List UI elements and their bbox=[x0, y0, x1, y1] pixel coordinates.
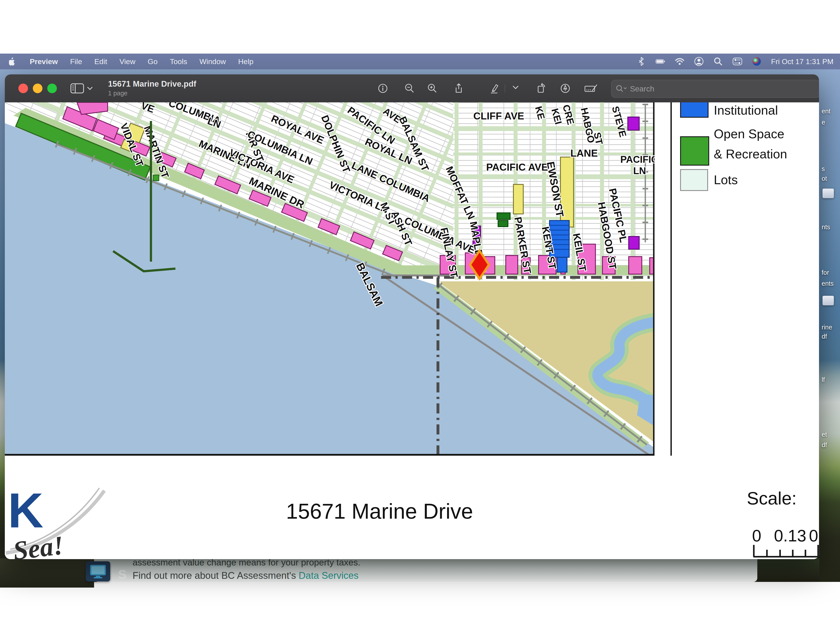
open-space-end bbox=[153, 175, 159, 181]
control-center-icon[interactable] bbox=[733, 57, 742, 66]
markup-pen-circle-icon[interactable] bbox=[559, 82, 572, 95]
scale-number-0: 0 bbox=[752, 526, 761, 545]
map-title: 15671 Marine Drive bbox=[286, 499, 473, 524]
search-input[interactable]: Search bbox=[611, 80, 819, 98]
sidebar-toggle-button[interactable] bbox=[70, 82, 95, 95]
pdf-page-footer: K Sea! 15671 Marine Drive Scale: 0 0.13 … bbox=[5, 456, 819, 559]
document-title-block: 15671 Marine Drive.pdf 1 page bbox=[108, 79, 196, 97]
menu-help[interactable]: Help bbox=[238, 57, 254, 66]
purple-lot-1 bbox=[628, 117, 639, 130]
browser-window-letter: S bbox=[118, 567, 127, 582]
zoom-window-button[interactable] bbox=[47, 84, 57, 93]
purple-lot-2 bbox=[629, 237, 639, 249]
street-label: PACIFIC bbox=[621, 154, 655, 165]
desktop-icon-label-fragment: df bbox=[822, 441, 827, 448]
scale-label: Scale: bbox=[747, 488, 797, 508]
desktop-icon-label-fragment: ent bbox=[822, 107, 831, 115]
menu-view[interactable]: View bbox=[120, 57, 136, 66]
browser-app-icon[interactable] bbox=[86, 561, 110, 581]
desktop-icon-label-fragment: et bbox=[822, 431, 827, 438]
toolbar-divider bbox=[504, 82, 505, 95]
street-label: LN bbox=[633, 165, 646, 176]
legend-swatch-institutional bbox=[680, 103, 709, 118]
desktop-icon-label-fragment: rine bbox=[822, 324, 832, 331]
apple-menu-icon[interactable] bbox=[8, 57, 17, 66]
legend-swatch-lots bbox=[680, 169, 708, 191]
desktop-icon-label-fragment: e bbox=[822, 119, 825, 126]
zoom-in-button[interactable] bbox=[426, 82, 438, 95]
window-titlebar[interactable]: 15671 Marine Drive.pdf 1 page bbox=[5, 74, 819, 103]
info-button[interactable] bbox=[377, 82, 389, 95]
menu-bar: Preview File Edit View Go Tools Window H… bbox=[0, 54, 840, 69]
legend-swatch-open-space bbox=[680, 136, 709, 166]
menu-file[interactable]: File bbox=[70, 57, 82, 66]
menu-tools[interactable]: Tools bbox=[170, 57, 187, 66]
battery-icon[interactable] bbox=[655, 57, 665, 66]
desktop-icon-label-fragment: for bbox=[822, 269, 829, 276]
menu-edit[interactable]: Edit bbox=[94, 57, 107, 66]
desktop-icon-label-fragment: s bbox=[822, 165, 825, 172]
close-button[interactable] bbox=[18, 84, 28, 93]
scale-number-013: 0.13 bbox=[774, 526, 806, 545]
rotate-button[interactable] bbox=[535, 82, 547, 95]
menu-app-name[interactable]: Preview bbox=[30, 57, 58, 66]
zoom-out-button[interactable] bbox=[403, 82, 415, 95]
menu-window[interactable]: Window bbox=[199, 57, 226, 66]
browser-text-line2: Find out more about BC Assessment's Data… bbox=[133, 570, 358, 581]
desktop-icon-label-fragment: lf bbox=[822, 376, 825, 384]
menu-go[interactable]: Go bbox=[148, 57, 158, 66]
search-icon bbox=[615, 84, 628, 94]
share-button[interactable] bbox=[452, 82, 465, 95]
desktop-icon-label-fragment: ot bbox=[822, 175, 827, 182]
spotlight-icon[interactable] bbox=[713, 57, 723, 66]
scale-ruler bbox=[750, 543, 819, 557]
desktop-file-icon[interactable] bbox=[823, 189, 834, 198]
pdf-content[interactable]: VECOLUMBIALNVIDAL STMARTIN STMARINE LNVI… bbox=[5, 103, 819, 559]
user-icon[interactable] bbox=[694, 57, 704, 66]
document-title: 15671 Marine Drive.pdf bbox=[108, 79, 196, 89]
bluetooth-icon[interactable] bbox=[636, 57, 646, 66]
map-legend: Institutional Open Space & Recreation Lo… bbox=[671, 103, 819, 457]
screenshot-root: Preview File Edit View Go Tools Window H… bbox=[0, 0, 840, 630]
sidebar-icon bbox=[70, 83, 84, 94]
street-label: CLIFF AVE bbox=[474, 110, 524, 122]
wifi-icon[interactable] bbox=[675, 57, 684, 66]
desktop-file-icon[interactable] bbox=[823, 296, 834, 305]
minimize-button[interactable] bbox=[33, 84, 43, 93]
fill-sign-form-icon[interactable] bbox=[584, 82, 596, 95]
desktop-photo-right bbox=[757, 558, 819, 582]
street-label: PACIFIC AVE bbox=[486, 161, 548, 173]
document-page-count: 1 page bbox=[108, 89, 196, 97]
preview-window: 15671 Marine Drive.pdf 1 page bbox=[5, 74, 819, 559]
markup-pencil-button[interactable] bbox=[488, 82, 500, 95]
yellow-lot-pacific bbox=[513, 185, 523, 214]
search-placeholder: Search bbox=[630, 84, 654, 93]
open-space-lots-small bbox=[497, 213, 510, 227]
markup-chevron-icon[interactable] bbox=[512, 85, 524, 97]
siri-icon[interactable] bbox=[752, 57, 761, 66]
desktop-icon-label-fragment: nts bbox=[822, 224, 830, 231]
desktop-icon-label-fragment: df bbox=[822, 333, 827, 340]
zoning-map[interactable]: VECOLUMBIALNVIDAL STMARTIN STMARINE LNVI… bbox=[5, 103, 655, 456]
chevron-down-icon bbox=[87, 87, 93, 90]
street-label: LANE bbox=[570, 147, 598, 159]
scale-number-02: 0.2 bbox=[809, 526, 819, 545]
logo-letter-k: K bbox=[8, 488, 44, 532]
background-browser-window: assessment value change means for your p… bbox=[94, 557, 757, 582]
desktop-photo-left bbox=[0, 558, 94, 587]
desktop-icon-label-fragment: ents bbox=[822, 280, 834, 287]
menu-clock[interactable]: Fri Oct 17 1:31 PM bbox=[771, 57, 834, 66]
yellow-lot-lane bbox=[561, 157, 573, 227]
data-services-link[interactable]: Data Services bbox=[298, 570, 358, 581]
